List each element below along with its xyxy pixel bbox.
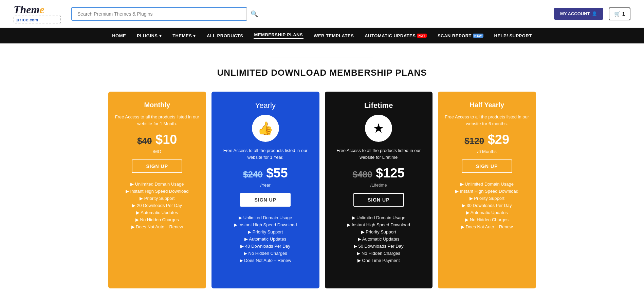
search-bar: 🔍 <box>71 7 261 21</box>
plan-monthly-price-original: $40 <box>137 136 152 146</box>
list-item: ▶ Does Not Auto – Renew <box>445 223 529 230</box>
plan-monthly-signup[interactable]: SIGN UP <box>132 159 182 173</box>
plan-monthly-price-area: $40 $10 <box>137 132 177 147</box>
list-item: ▶ Automatic Updates <box>218 235 312 243</box>
user-icon: 👤 <box>592 11 597 16</box>
plan-half-yearly: Half Yearly Free Access to all the produ… <box>438 92 536 288</box>
logo-theme-text: Theme <box>14 4 61 15</box>
plan-monthly-price-current: $10 <box>155 132 177 147</box>
search-input[interactable] <box>71 7 261 21</box>
plan-yearly: Yearly 👍 Free Access to all the products… <box>211 92 319 288</box>
plan-yearly-name: Yearly <box>255 101 276 110</box>
list-item: ▶ Instant High Speed Download <box>218 221 312 228</box>
nav-scan-report[interactable]: SCAN REPORT NEW <box>437 33 484 38</box>
plan-monthly: Monthly Free Access to all the products … <box>108 92 206 288</box>
list-item: ▶ Priority Support <box>445 195 529 202</box>
plan-yearly-price-current: $55 <box>266 166 288 180</box>
page-title: UNLIMITED DOWNLOAD MEMBERSHIP PLANS <box>108 68 536 78</box>
nav-bar: HOME PLUGINS ▾ THEMES ▾ ALL PRODUCTS MEM… <box>0 28 644 43</box>
list-item: ▶ Unlimited Domain Usage <box>115 181 200 188</box>
plan-yearly-features: ▶ Unlimited Domain Usage ▶ Instant High … <box>218 214 312 264</box>
header-actions: MY ACCOUNT 👤 🛒 1 <box>554 7 630 20</box>
list-item: ▶ Unlimited Domain Usage <box>332 214 426 221</box>
plan-lifetime-period: /Lifetime <box>370 183 387 188</box>
page-content: UNLIMITED DOWNLOAD MEMBERSHIP PLANS Mont… <box>102 43 543 303</box>
plan-lifetime-features: ▶ Unlimited Domain Usage ▶ Instant High … <box>332 214 426 264</box>
plan-yearly-period: /Year <box>260 183 271 188</box>
list-item: ▶ No Hidden Charges <box>115 216 200 223</box>
list-item: ▶ Priority Support <box>115 195 200 202</box>
plan-half-yearly-features: ▶ Unlimited Domain Usage ▶ Instant High … <box>445 181 529 230</box>
new-badge: NEW <box>473 34 483 38</box>
list-item: ▶ Unlimited Domain Usage <box>218 214 312 221</box>
list-item: ▶ No Hidden Charges <box>332 250 426 257</box>
plan-half-yearly-price-original: $120 <box>464 136 484 146</box>
nav-themes[interactable]: THEMES ▾ <box>172 33 197 38</box>
plan-lifetime-price-current: $125 <box>376 166 405 180</box>
star-icon: ★ <box>365 115 392 142</box>
list-item: ▶ Does Not Auto – Renew <box>115 223 200 230</box>
title-divider <box>271 57 373 57</box>
plans-grid: Monthly Free Access to all the products … <box>108 92 536 288</box>
list-item: ▶ No Hidden Charges <box>445 216 529 223</box>
plan-monthly-features: ▶ Unlimited Domain Usage ▶ Instant High … <box>115 181 200 230</box>
plan-lifetime-description: Free Access to all the products listed i… <box>332 147 426 160</box>
plan-lifetime-price-area: $480 $125 <box>353 166 405 181</box>
plan-yearly-signup[interactable]: SIGN UP <box>240 193 291 207</box>
cart-button[interactable]: 🛒 1 <box>609 7 630 20</box>
nav-help-support[interactable]: HELP/ SUPPORT <box>494 33 533 38</box>
logo: Theme price.com <box>14 4 61 23</box>
plan-half-yearly-description: Free Access to all the products listed i… <box>445 114 529 127</box>
plan-lifetime-name: Lifetime <box>364 101 393 110</box>
list-item: ▶ Instant High Speed Download <box>115 188 200 195</box>
cart-count: 1 <box>622 11 625 17</box>
list-item: ▶ Priority Support <box>332 228 426 235</box>
plan-half-yearly-signup[interactable]: SIGN UP <box>462 159 512 173</box>
nav-membership-plans[interactable]: MEMBERSHIP PLANS <box>254 32 304 39</box>
nav-home[interactable]: HOME <box>111 33 127 38</box>
list-item: ▶ No Hidden Charges <box>218 250 312 257</box>
list-item: ▶ Automatic Updates <box>332 235 426 243</box>
plan-lifetime-signup[interactable]: SIGN UP <box>353 193 404 207</box>
nav-all-products[interactable]: ALL PRODUCTS <box>206 33 244 38</box>
header: Theme price.com 🔍 MY ACCOUNT 👤 🛒 1 <box>0 0 644 28</box>
list-item: ▶ 30 Downloads Per Day <box>445 202 529 209</box>
my-account-button[interactable]: MY ACCOUNT 👤 <box>554 8 603 20</box>
list-item: ▶ Priority Support <box>218 228 312 235</box>
thumbs-up-icon: 👍 <box>252 115 279 142</box>
plan-yearly-price-original: $240 <box>243 169 263 179</box>
list-item: ▶ 40 Downloads Per Day <box>218 243 312 250</box>
hot-badge: HOT <box>417 34 427 38</box>
list-item: ▶ Instant High Speed Download <box>445 188 529 195</box>
list-item: ▶ 20 Downloads Per Day <box>115 202 200 209</box>
plan-lifetime: Lifetime ★ Free Access to all the produc… <box>325 92 433 288</box>
plan-monthly-name: Monthly <box>144 101 170 109</box>
nav-plugins[interactable]: PLUGINS ▾ <box>136 33 162 38</box>
plan-half-yearly-name: Half Yearly <box>470 101 504 109</box>
plan-lifetime-price-original: $480 <box>353 169 372 179</box>
list-item: ▶ Unlimited Domain Usage <box>445 181 529 188</box>
plan-half-yearly-period: /6 Months <box>477 149 497 154</box>
plan-monthly-description: Free Access to all the products listed i… <box>115 114 200 127</box>
list-item: ▶ Instant High Speed Download <box>332 221 426 228</box>
plan-yearly-description: Free Access to all the products listed i… <box>218 147 312 160</box>
my-account-label: MY ACCOUNT <box>560 11 590 16</box>
list-item: ▶ Automatic Updates <box>445 209 529 216</box>
nav-automatic-updates[interactable]: AUTOMATIC UPDATES HOT <box>364 33 427 38</box>
plan-half-yearly-price-area: $120 $29 <box>464 132 509 147</box>
search-button[interactable]: 🔍 <box>246 7 261 21</box>
plan-yearly-price-area: $240 $55 <box>243 166 288 181</box>
cart-icon: 🛒 <box>614 11 621 17</box>
list-item: ▶ 50 Downloads Per Day <box>332 243 426 250</box>
plan-monthly-period: /MO <box>153 149 162 154</box>
logo-price-text: price.com <box>14 16 61 23</box>
list-item: ▶ Does Not Auto – Renew <box>218 257 312 264</box>
nav-web-templates[interactable]: WEB TEMPLATES <box>313 33 354 38</box>
list-item: ▶ One Time Payment <box>332 257 426 264</box>
scan-report-label: SCAN REPORT <box>438 33 472 38</box>
list-item: ▶ Automatic Updates <box>115 209 200 216</box>
plan-half-yearly-price-current: $29 <box>488 132 509 147</box>
automatic-updates-label: AUTOMATIC UPDATES <box>365 33 416 38</box>
